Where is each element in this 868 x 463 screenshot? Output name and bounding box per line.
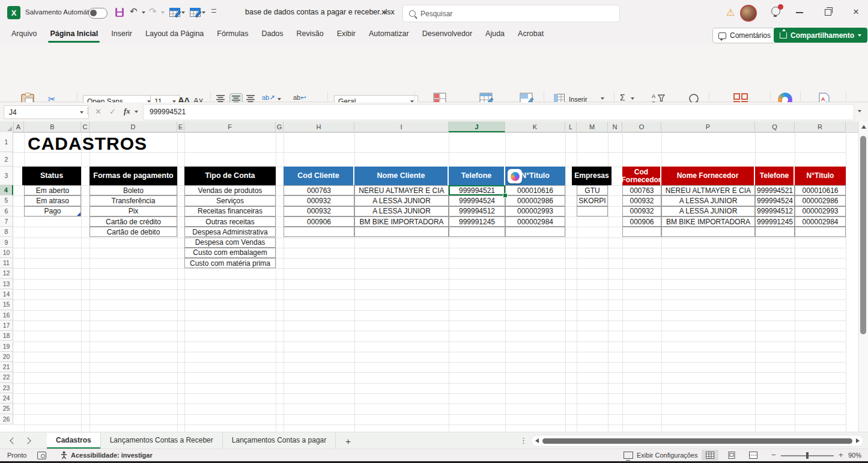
client-cell[interactable]: 999991245 (449, 216, 505, 227)
table-header-cell[interactable]: Cod Cliente (284, 167, 354, 185)
column-header-L[interactable]: L (565, 121, 577, 132)
client-cell[interactable]: 000002986 (505, 195, 565, 206)
row-header-17[interactable]: 17 (0, 320, 13, 331)
client-cell[interactable]: 000010616 (505, 185, 565, 195)
row-header-3[interactable]: 3 (0, 167, 13, 185)
sheet-tab-lançamentos-contas-a-pagar[interactable]: Lançamentos Contas a pagar (223, 433, 336, 449)
client-cell[interactable] (284, 227, 354, 237)
supplier-cell[interactable]: NEREU ALTMAYER E CIA (661, 185, 755, 195)
column-header-M[interactable]: M (577, 121, 608, 132)
new-sheet-button[interactable]: + (345, 436, 351, 446)
account-type-cell[interactable]: Vendas de produtos (184, 185, 276, 195)
supplier-cell[interactable]: 000002993 (795, 206, 846, 216)
client-cell[interactable] (354, 227, 449, 237)
qat-table-2-chevron-icon[interactable] (202, 11, 205, 14)
vertical-scroll-thumb[interactable] (860, 136, 866, 334)
align-top-icon[interactable] (216, 95, 225, 102)
row-header-9[interactable]: 9 (0, 238, 13, 248)
save-icon[interactable] (115, 8, 124, 17)
row-header-20[interactable]: 20 (0, 352, 13, 362)
row-header-18[interactable]: 18 (0, 331, 13, 341)
row-header-7[interactable]: 7 (0, 216, 13, 227)
ribbon-tab-ajuda[interactable]: Ajuda (479, 27, 511, 43)
table-header-cell[interactable]: Telefone (755, 167, 795, 185)
qat-overflow-icon[interactable] (211, 9, 216, 13)
payment-cell[interactable]: Boleto (90, 185, 177, 195)
name-box[interactable]: J4 (4, 105, 89, 119)
macro-record-icon[interactable] (37, 452, 46, 459)
ribbon-tab-desenvolvedor[interactable]: Desenvolvedor (416, 27, 479, 43)
name-box-splitter[interactable]: ⋮ (84, 106, 91, 115)
copilot-cell-button[interactable] (508, 169, 522, 183)
ribbon-tab-revisão[interactable]: Revisão (290, 27, 330, 43)
column-header-C[interactable]: C (81, 121, 90, 132)
formula-input[interactable]: 999994521 (143, 104, 854, 120)
table-header-cell[interactable]: Nome Cliente (354, 167, 449, 185)
table-header-cell[interactable]: Nome Fornecedor (661, 167, 755, 185)
row-header-21[interactable]: 21 (0, 362, 13, 372)
column-header-K[interactable]: K (505, 121, 565, 132)
table-header-cell[interactable]: N°Titulo (795, 167, 846, 185)
ribbon-tab-acrobat[interactable]: Acrobat (511, 27, 550, 43)
autosave-toggle[interactable] (88, 8, 108, 19)
supplier-cell[interactable] (661, 227, 755, 237)
row-header-8[interactable]: 8 (0, 227, 13, 237)
column-header-G[interactable]: G (276, 121, 284, 132)
row-header-22[interactable]: 22 (0, 372, 13, 382)
client-cell[interactable]: 999994524 (449, 195, 505, 206)
row-header-1[interactable]: 1 (0, 132, 13, 152)
supplier-cell[interactable]: A LESSA JUNIOR (661, 206, 755, 216)
row-header-23[interactable]: 23 (0, 383, 13, 393)
worksheet-grid[interactable]: ABCDEFGHIJKLMNOPQR1234567891011121314151… (0, 121, 868, 432)
next-sheet-icon[interactable] (24, 437, 31, 444)
column-header-A[interactable]: A (13, 121, 24, 132)
row-header-11[interactable]: 11 (0, 258, 13, 268)
minimize-button[interactable] (796, 12, 803, 13)
insert-chevron-icon[interactable] (601, 97, 604, 100)
supplier-cell[interactable]: A LESSA JUNIOR (661, 195, 755, 206)
qat-table-1-chevron-icon[interactable] (181, 11, 185, 14)
supplier-cell[interactable]: 000010616 (795, 185, 846, 195)
client-cell[interactable]: A LESSA JUNIOR (354, 195, 449, 206)
payment-cell[interactable]: Cartão de debito (90, 227, 177, 237)
display-settings-label[interactable]: Exibir Configurações (637, 452, 698, 459)
scroll-left-icon[interactable] (535, 438, 539, 443)
qat-table-button-1-icon[interactable] (169, 8, 181, 18)
sheet-tab-lançamentos-contas-a-receber[interactable]: Lançamentos Contas a Receber (101, 433, 223, 449)
view-normal-icon[interactable] (706, 452, 714, 459)
payment-cell[interactable]: Transferência (90, 195, 177, 206)
row-header-5[interactable]: 5 (0, 195, 13, 206)
row-header-19[interactable]: 19 (0, 342, 13, 352)
row-header-4[interactable]: 4 (0, 185, 13, 195)
filename-chevron-icon[interactable] (383, 11, 387, 14)
row-header-2[interactable]: 2 (0, 152, 13, 167)
fx-chevron-icon[interactable] (135, 111, 138, 113)
sheet-tab-cadastros[interactable]: Cadastros (47, 433, 101, 449)
company-cell[interactable] (577, 206, 608, 216)
confirm-entry-icon[interactable]: ✓ (109, 107, 116, 116)
client-cell[interactable]: 000906 (284, 216, 354, 227)
supplier-cell[interactable]: 999994521 (755, 185, 795, 195)
autosum-icon[interactable]: Σ (620, 93, 625, 102)
account-type-cell[interactable]: Custo com matéria prima (184, 258, 276, 268)
expand-formula-bar-icon[interactable] (858, 110, 861, 112)
prev-sheet-icon[interactable] (10, 437, 16, 444)
view-page-break-icon[interactable] (749, 452, 757, 459)
comments-button[interactable]: Comentários (712, 28, 777, 43)
ribbon-tab-dados[interactable]: Dados (255, 27, 290, 43)
supplier-cell[interactable]: 999994524 (755, 195, 795, 206)
orientation-icon[interactable]: ab↗ (262, 94, 275, 102)
table-header-cell[interactable]: Telefone (449, 167, 505, 185)
client-cell[interactable]: NEREU ALTMAYER E CIA (354, 185, 449, 195)
supplier-cell[interactable]: BM BIKE IMPORTADORA (661, 216, 755, 227)
column-header-H[interactable]: H (284, 121, 354, 132)
zoom-level[interactable]: 90% (848, 452, 861, 459)
row-header-26[interactable]: 26 (0, 414, 13, 425)
cancel-entry-icon[interactable]: ✕ (95, 107, 102, 116)
client-cell[interactable]: 999994512 (449, 206, 505, 216)
align-bottom-icon[interactable] (246, 95, 255, 102)
row-header-15[interactable]: 15 (0, 299, 13, 310)
client-cell[interactable]: 000002984 (505, 216, 565, 227)
table-header-cell[interactable]: Tipo de Conta (184, 167, 276, 185)
status-cell[interactable]: Em atraso (24, 195, 81, 206)
